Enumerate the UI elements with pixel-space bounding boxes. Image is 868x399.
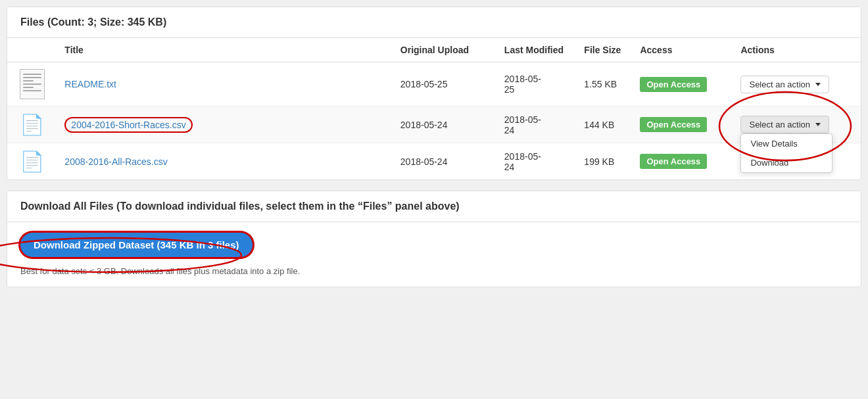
file-access-cell: Open Access	[632, 62, 733, 106]
action-btn-label: Select an action	[749, 120, 810, 129]
download-zipped-button[interactable]: Download Zipped Dataset (345 KB in 3 fil…	[20, 233, 253, 257]
file-size: 1.55 KB	[584, 79, 617, 89]
file-title-cell: README.txt	[57, 62, 392, 106]
files-table: Title Original Upload Last Modified File…	[7, 38, 861, 179]
th-file-size: File Size	[576, 38, 632, 62]
file-upload-date-cell: 2018-05-25	[393, 62, 496, 106]
files-panel-title: Files (Count: 3; Size: 345 KB)	[20, 16, 166, 28]
table-row: README.txt 2018-05-25 2018-05-25 1.55 KB…	[7, 62, 861, 106]
download-panel-title: Download All Files (To download individu…	[20, 200, 460, 212]
th-access: Access	[632, 38, 733, 62]
csv-file-icon: 📄	[20, 150, 44, 173]
th-actions: Actions	[733, 38, 861, 62]
download-section: Download Zipped Dataset (345 KB in 3 fil…	[7, 222, 861, 287]
access-badge: Open Access	[640, 77, 707, 92]
file-size: 144 KB	[584, 120, 614, 130]
download-menu-item[interactable]: Download	[741, 153, 832, 172]
download-button-label: Download Zipped Dataset (345 KB in 3 fil…	[34, 239, 239, 250]
th-title: Title	[57, 38, 392, 62]
file-link-readme[interactable]: README.txt	[64, 79, 116, 89]
table-row: 📄 2008-2016-All-Races.csv 2018-05-24 201…	[7, 143, 861, 180]
dropdown-caret	[815, 123, 821, 126]
th-last-modified: Last Modified	[496, 38, 577, 62]
upload-date: 2018-05-25	[400, 79, 448, 89]
download-note: Best for data sets < 3 GB. Downloads all…	[20, 266, 848, 276]
file-modified-date-cell: 2018-05-24	[496, 143, 577, 180]
file-thumbnail-cell	[7, 62, 57, 106]
th-original-upload: Original Upload	[393, 38, 496, 62]
files-panel: Files (Count: 3; Size: 345 KB) Title Ori…	[7, 7, 861, 180]
modified-date: 2018-05-25	[504, 74, 541, 95]
action-dropdown-menu-csv1: View Details Download	[740, 133, 832, 173]
file-link-csv2[interactable]: 2008-2016-All-Races.csv	[64, 156, 167, 167]
action-dropdown-csv1: Select an action View Details Download	[740, 116, 829, 133]
download-panel-header: Download All Files (To download individu…	[7, 191, 861, 222]
file-title-cell: 2008-2016-All-Races.csv	[57, 143, 392, 180]
file-access-cell: Open Access	[632, 106, 733, 143]
file-size-cell: 1.55 KB	[576, 62, 632, 106]
access-badge: Open Access	[640, 154, 707, 169]
download-panel: Download All Files (To download individu…	[7, 191, 861, 287]
th-thumbnail	[7, 38, 57, 62]
file-thumbnail-cell: 📄	[7, 143, 57, 180]
upload-date: 2018-05-24	[400, 156, 448, 167]
action-dropdown-readme: Select an action	[740, 76, 829, 93]
file-modified-date-cell: 2018-05-25	[496, 62, 577, 106]
file-access-cell: Open Access	[632, 143, 733, 180]
access-badge: Open Access	[640, 117, 707, 132]
upload-date: 2018-05-24	[400, 120, 448, 130]
file-actions-cell: Select an action View Details Download	[733, 106, 861, 143]
csv-file-icon: 📄	[20, 113, 44, 136]
file-upload-date-cell: 2018-05-24	[393, 143, 496, 180]
action-dropdown-button-csv1[interactable]: Select an action	[740, 116, 829, 133]
file-title-cell: 2004-2016-Short-Races.csv	[57, 106, 392, 143]
file-size-cell: 199 KB	[576, 143, 632, 180]
action-btn-label: Select an action	[749, 80, 810, 89]
table-row: 📄 2004-2016-Short-Races.csv 2018-05-24 2…	[7, 106, 861, 143]
file-upload-date-cell: 2018-05-24	[393, 106, 496, 143]
file-size-cell: 144 KB	[576, 106, 632, 143]
action-dropdown-button-readme[interactable]: Select an action	[740, 76, 829, 93]
text-file-thumbnail	[20, 69, 45, 99]
modified-date: 2018-05-24	[504, 151, 541, 172]
modified-date: 2018-05-24	[504, 114, 541, 135]
dropdown-caret	[815, 83, 821, 86]
file-link-csv1[interactable]: 2004-2016-Short-Races.csv	[64, 117, 192, 133]
view-details-menu-item[interactable]: View Details	[741, 134, 832, 153]
file-size: 199 KB	[584, 156, 614, 167]
file-thumbnail-cell: 📄	[7, 106, 57, 143]
file-modified-date-cell: 2018-05-24	[496, 106, 577, 143]
files-panel-header: Files (Count: 3; Size: 345 KB)	[7, 7, 861, 38]
file-actions-cell: Select an action	[733, 62, 861, 106]
